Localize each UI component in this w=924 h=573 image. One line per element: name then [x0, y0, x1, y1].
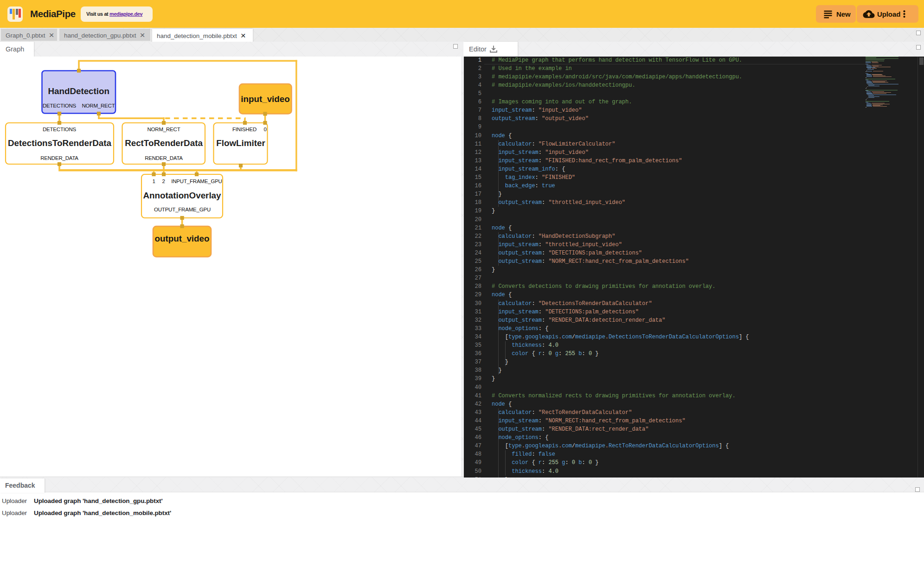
svg-text:DETECTIONS: DETECTIONS: [43, 127, 77, 132]
svg-text:INPUT_FRAME_GPU: INPUT_FRAME_GPU: [171, 178, 222, 184]
svg-text:DETECTIONS: DETECTIONS: [43, 103, 77, 108]
svg-text:AnnotationOverlay: AnnotationOverlay: [143, 191, 221, 200]
svg-text:FINISHED: FINISHED: [232, 127, 257, 132]
svg-text:FlowLimiter: FlowLimiter: [216, 138, 265, 148]
svg-text:output_video: output_video: [155, 234, 210, 243]
svg-text:OUTPUT_FRAME_GPU: OUTPUT_FRAME_GPU: [154, 207, 211, 212]
svg-text:0: 0: [263, 127, 266, 132]
svg-text:RectToRenderData: RectToRenderData: [125, 138, 203, 148]
svg-text:input_video: input_video: [241, 94, 289, 104]
svg-text:NORM_RECT: NORM_RECT: [147, 127, 180, 132]
svg-text:1: 1: [152, 178, 155, 184]
svg-text:2: 2: [162, 178, 165, 184]
svg-text:NORM_RECT: NORM_RECT: [82, 103, 115, 108]
svg-text:DetectionsToRenderData: DetectionsToRenderData: [8, 138, 112, 148]
svg-text:RENDER_DATA: RENDER_DATA: [40, 155, 78, 161]
svg-text:RENDER_DATA: RENDER_DATA: [145, 155, 183, 161]
svg-text:HandDetection: HandDetection: [48, 86, 109, 96]
